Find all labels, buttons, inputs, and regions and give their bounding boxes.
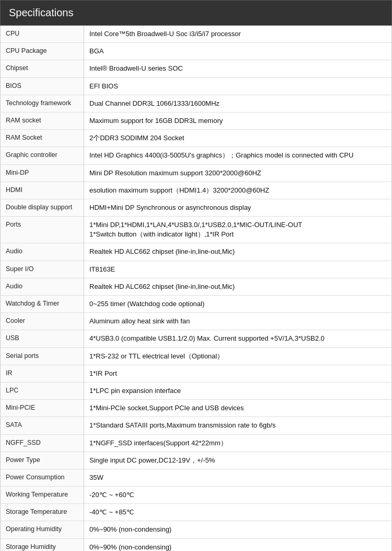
spec-label: SATA [1, 417, 84, 434]
spec-label: Power Consumption [1, 469, 84, 486]
table-row: Storage Temperature-40℃ ~ +85℃ [1, 504, 392, 521]
spec-label: Power Type [1, 452, 84, 469]
spec-value: Intel Core™5th Broadwell-U Soc i3/i5/i7 … [84, 26, 392, 43]
spec-value: -40℃ ~ +85℃ [84, 504, 392, 521]
table-row: Serial ports1*RS-232 or TTL electrical l… [1, 347, 392, 365]
table-row: Ports1*Mini DP,1*HDMI,1*LAN,4*USB3.0/,1*… [1, 217, 392, 243]
table-row: Power TypeSingle input DC power,DC12-19V… [1, 452, 392, 469]
spec-value: Realtek HD ALC662 chipset (line-in,line-… [84, 278, 392, 295]
table-row: Storage Humidity0%~90% (non-condensing) [1, 538, 392, 551]
spec-label: LPC [1, 382, 84, 399]
spec-label: Double display support [1, 199, 84, 216]
spec-value: 1*Mini-PCIe socket,Support PCIe and USB … [84, 400, 392, 417]
spec-value: 1*Mini DP,1*HDMI,1*LAN,4*USB3.0/,1*USB2.… [84, 217, 392, 243]
page-header: Specifications [0, 0, 392, 26]
spec-value: 1*LPC pin expansion interface [84, 382, 392, 399]
table-row: Power Consumption35W [1, 469, 392, 486]
spec-label: BIOS [1, 77, 84, 95]
table-row: Working Temperature-20℃ ~ +60℃ [1, 487, 392, 504]
spec-value: 2个DDR3 SODIMM 204 Socket [84, 130, 392, 147]
spec-value: 0%~90% (non-condensing) [84, 538, 392, 551]
spec-value: 1*Standard SATAIII ports,Maximum transmi… [84, 417, 392, 434]
spec-label: Mini-DP [1, 164, 84, 182]
spec-label: Storage Humidity [1, 538, 84, 551]
spec-label: IR [1, 365, 84, 382]
table-row: NGFF_SSD1*NGFF_SSD interfaces(Support 42… [1, 434, 392, 452]
table-row: Technology frameworkDual Channel DDR3L 1… [1, 95, 392, 112]
table-row: Double display supportHDMI+Mini DP Synch… [1, 199, 392, 216]
spec-label: USB [1, 330, 84, 347]
spec-value: Mini DP Resolution maximum support 3200*… [84, 164, 392, 182]
spec-value: BGA [84, 43, 392, 60]
spec-label: Serial ports [1, 347, 84, 365]
table-row: CPUIntel Core™5th Broadwell-U Soc i3/i5/… [1, 26, 392, 43]
table-row: USB4*USB3.0 (compatible USB1.1/2.0) Max.… [1, 330, 392, 347]
spec-label: Audio [1, 243, 84, 261]
table-row: AudioRealtek HD ALC662 chipset (line-in,… [1, 243, 392, 261]
spec-label: Operating Humidity [1, 521, 84, 538]
spec-value: Intel® Broadwell-U series SOC [84, 60, 392, 77]
spec-label: Cooler [1, 313, 84, 330]
table-row: Mini-DPMini DP Resolution maximum suppor… [1, 164, 392, 182]
page-title: Specifications [0, 0, 392, 26]
table-row: HDMIesolution maximum support（HDMI1.4）32… [1, 182, 392, 199]
spec-label: Technology framework [1, 95, 84, 112]
spec-value: IT8163E [84, 261, 392, 278]
spec-label: Super I/O [1, 261, 84, 278]
spec-label: Working Temperature [1, 487, 84, 504]
table-row: Mini-PCIE1*Mini-PCIe socket,Support PCIe… [1, 400, 392, 417]
spec-value: 0%~90% (non-condensing) [84, 521, 392, 538]
table-row: ChipsetIntel® Broadwell-U series SOC [1, 60, 392, 77]
spec-label: Mini-PCIE [1, 400, 84, 417]
spec-label: HDMI [1, 182, 84, 199]
spec-value: esolution maximum support（HDMI1.4）3200*2… [84, 182, 392, 199]
table-row: CPU PackageBGA [1, 43, 392, 60]
spec-label: NGFF_SSD [1, 434, 84, 452]
spec-label: Chipset [1, 60, 84, 77]
spec-value: 1*RS-232 or TTL electrical level（Optiona… [84, 347, 392, 365]
spec-label: Ports [1, 217, 84, 243]
specifications-table: CPUIntel Core™5th Broadwell-U Soc i3/i5/… [0, 26, 392, 551]
spec-value: Maximum support for 16GB DDR3L memory [84, 112, 392, 129]
spec-value: 0~255 timer (Watchdog code optional) [84, 296, 392, 313]
spec-value: -20℃ ~ +60℃ [84, 487, 392, 504]
spec-value: EFI BIOS [84, 77, 392, 95]
spec-label: Audio [1, 278, 84, 295]
spec-value: HDMI+Mini DP Synchronous or asynchronous… [84, 199, 392, 216]
spec-label: Storage Temperature [1, 504, 84, 521]
table-row: IR1*IR Port [1, 365, 392, 382]
spec-label: CPU [1, 26, 84, 43]
spec-value: Aluminum alloy heat sink with fan [84, 313, 392, 330]
spec-value: Single input DC power,DC12-19V，+/-5% [84, 452, 392, 469]
spec-value: 4*USB3.0 (compatible USB1.1/2.0) Max. Cu… [84, 330, 392, 347]
table-row: RAM Socket2个DDR3 SODIMM 204 Socket [1, 130, 392, 147]
table-row: Watchdog & Timer0~255 timer (Watchdog co… [1, 296, 392, 313]
spec-value: 1*NGFF_SSD interfaces(Support 42*22mm） [84, 434, 392, 452]
spec-value: 35W [84, 469, 392, 486]
spec-value: Intel HD Graphics 4400(i3-5005U's graphi… [84, 147, 392, 164]
spec-label: Watchdog & Timer [1, 296, 84, 313]
table-row: BIOSEFI BIOS [1, 77, 392, 95]
spec-label: RAM socket [1, 112, 84, 129]
spec-value: Dual Channel DDR3L 1066/1333/1600MHz [84, 95, 392, 112]
table-row: LPC1*LPC pin expansion interface [1, 382, 392, 399]
spec-label: RAM Socket [1, 130, 84, 147]
spec-value: 1*IR Port [84, 365, 392, 382]
spec-label: CPU Package [1, 43, 84, 60]
table-row: CoolerAluminum alloy heat sink with fan [1, 313, 392, 330]
spec-label: Graphic controller [1, 147, 84, 164]
table-row: Operating Humidity0%~90% (non-condensing… [1, 521, 392, 538]
table-row: SATA1*Standard SATAIII ports,Maximum tra… [1, 417, 392, 434]
table-row: Graphic controllerIntel HD Graphics 4400… [1, 147, 392, 164]
table-row: Super I/OIT8163E [1, 261, 392, 278]
spec-value: Realtek HD ALC662 chipset (line-in,line-… [84, 243, 392, 261]
table-row: RAM socketMaximum support for 16GB DDR3L… [1, 112, 392, 129]
table-row: AudioRealtek HD ALC662 chipset (line-in,… [1, 278, 392, 295]
